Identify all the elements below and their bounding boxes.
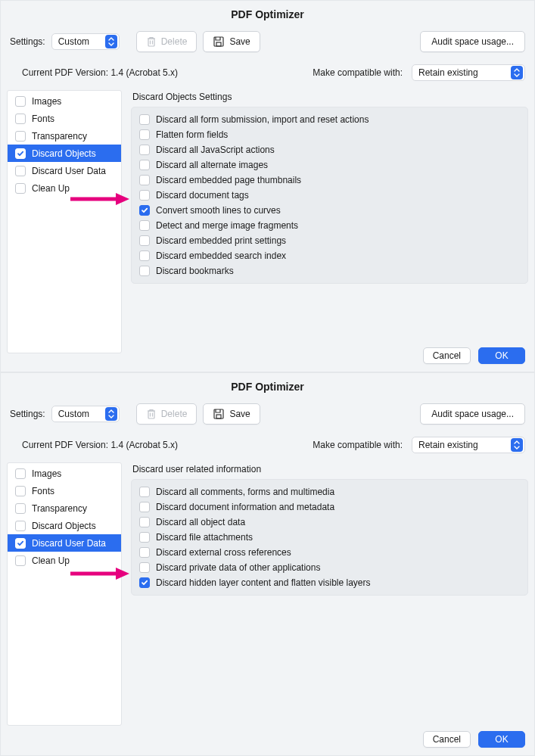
option-checkbox[interactable]: [139, 190, 150, 201]
option-checkbox[interactable]: [139, 266, 150, 276]
compat-select[interactable]: Retain existing: [412, 437, 525, 453]
sidebar-item-checkbox[interactable]: [15, 166, 26, 176]
svg-rect-0: [148, 39, 154, 46]
option-label: Discard embedded search index: [156, 250, 286, 261]
option-row[interactable]: Discard document information and metadat…: [138, 499, 521, 515]
option-row[interactable]: Discard all object data: [138, 515, 521, 530]
option-label: Convert smooth lines to curves: [156, 205, 281, 216]
cancel-button[interactable]: Cancel: [423, 731, 471, 748]
option-checkbox[interactable]: [139, 577, 150, 588]
option-checkbox[interactable]: [139, 235, 150, 246]
ok-button[interactable]: OK: [478, 347, 525, 364]
option-row[interactable]: Discard document tags: [138, 188, 521, 203]
option-row[interactable]: Discard all JavaScript actions: [138, 142, 521, 157]
category-sidebar: ImagesFontsTransparencyDiscard ObjectsDi…: [7, 462, 122, 726]
audit-space-usage-button[interactable]: Audit space usage...: [420, 31, 525, 52]
sidebar-item-checkbox[interactable]: [15, 521, 26, 531]
option-label: Discard all form submission, import and …: [156, 114, 369, 125]
option-row[interactable]: Discard embedded print settings: [138, 233, 521, 248]
dialog-body: ImagesFontsTransparencyDiscard ObjectsDi…: [1, 90, 534, 353]
option-row[interactable]: Flatten form fields: [138, 127, 521, 142]
sidebar-item-images[interactable]: Images: [8, 465, 121, 482]
option-row[interactable]: Discard all alternate images: [138, 157, 521, 173]
save-button-label: Save: [229, 409, 250, 419]
option-label: Discard all JavaScript actions: [156, 145, 275, 155]
audit-space-usage-button[interactable]: Audit space usage...: [420, 403, 525, 425]
compat-label: Make compatible with:: [313, 440, 403, 450]
option-checkbox[interactable]: [139, 517, 150, 527]
compat-select[interactable]: Retain existing: [412, 64, 525, 81]
sidebar-item-label: Images: [32, 468, 61, 479]
option-checkbox[interactable]: [139, 547, 150, 558]
option-row[interactable]: Discard embedded search index: [138, 248, 521, 263]
sidebar-item-discard-objects[interactable]: Discard Objects: [8, 517, 121, 534]
category-sidebar: ImagesFontsTransparencyDiscard ObjectsDi…: [7, 90, 122, 353]
option-checkbox[interactable]: [139, 114, 150, 125]
topbar: Settings:CustomDeleteSaveAudit space usa…: [1, 31, 534, 60]
sidebar-item-clean-up[interactable]: Clean Up: [8, 552, 121, 569]
option-checkbox[interactable]: [139, 145, 150, 155]
delete-button: Delete: [136, 403, 198, 425]
option-checkbox[interactable]: [139, 220, 150, 231]
sidebar-item-checkbox[interactable]: [15, 486, 26, 496]
option-row[interactable]: Discard all form submission, import and …: [138, 112, 521, 127]
option-label: Discard all alternate images: [156, 160, 268, 170]
sidebar-item-checkbox[interactable]: [15, 114, 26, 124]
sidebar-item-checkbox[interactable]: [15, 538, 26, 549]
current-version-text: Current PDF Version: 1.4 (Acrobat 5.x): [22, 67, 178, 78]
option-row[interactable]: Discard external cross references: [138, 545, 521, 560]
dialog-footer: CancelOK: [423, 347, 525, 364]
settings-panel: Discard all form submission, import and …: [131, 107, 528, 284]
sidebar-item-label: Fonts: [32, 114, 54, 124]
option-row[interactable]: Discard embedded page thumbnails: [138, 173, 521, 188]
sidebar-item-checkbox[interactable]: [15, 148, 26, 159]
option-checkbox[interactable]: [139, 129, 150, 140]
option-row[interactable]: Discard all comments, forms and multimed…: [138, 484, 521, 499]
sidebar-item-discard-user-data[interactable]: Discard User Data: [8, 534, 121, 552]
sidebar-item-discard-user-data[interactable]: Discard User Data: [8, 162, 121, 179]
cancel-button[interactable]: Cancel: [423, 347, 471, 364]
sidebar-item-transparency[interactable]: Transparency: [8, 127, 121, 145]
dialog-title: PDF Optimizer: [1, 1, 534, 31]
settings-panel: Discard all comments, forms and multimed…: [131, 479, 528, 596]
sidebar-item-checkbox[interactable]: [15, 131, 26, 142]
delete-button: Delete: [136, 31, 198, 52]
sidebar-item-discard-objects[interactable]: Discard Objects: [8, 145, 121, 162]
sidebar-item-checkbox[interactable]: [15, 468, 26, 479]
sidebar-item-checkbox[interactable]: [15, 555, 26, 566]
option-row[interactable]: Detect and merge image fragments: [138, 218, 521, 233]
ok-button[interactable]: OK: [478, 731, 525, 748]
sidebar-item-label: Clean Up: [32, 555, 70, 566]
option-checkbox[interactable]: [139, 487, 150, 497]
option-checkbox[interactable]: [139, 502, 150, 512]
option-row[interactable]: Convert smooth lines to curves: [138, 203, 521, 218]
settings-select-value: Custom: [58, 36, 105, 47]
option-checkbox[interactable]: [139, 175, 150, 185]
settings-select[interactable]: Custom: [51, 406, 120, 422]
panel-title: Discard Objects Settings: [131, 90, 528, 107]
sidebar-item-clean-up[interactable]: Clean Up: [8, 179, 121, 197]
sidebar-item-checkbox[interactable]: [15, 183, 26, 194]
option-checkbox[interactable]: [139, 160, 150, 170]
option-row[interactable]: Discard file attachments: [138, 530, 521, 545]
svg-rect-6: [216, 415, 221, 418]
option-checkbox[interactable]: [139, 205, 150, 216]
sidebar-item-label: Clean Up: [32, 183, 70, 194]
sidebar-item-fonts[interactable]: Fonts: [8, 482, 121, 499]
settings-select[interactable]: Custom: [51, 33, 120, 50]
cancel-button-label: Cancel: [433, 734, 461, 745]
sidebar-item-checkbox[interactable]: [15, 503, 26, 514]
option-row[interactable]: Discard hidden layer content and flatten…: [138, 575, 521, 590]
sidebar-item-fonts[interactable]: Fonts: [8, 110, 121, 127]
sidebar-item-images[interactable]: Images: [8, 92, 121, 110]
sidebar-item-transparency[interactable]: Transparency: [8, 499, 121, 517]
save-button[interactable]: Save: [203, 31, 260, 52]
sidebar-item-checkbox[interactable]: [15, 96, 26, 107]
option-checkbox[interactable]: [139, 562, 150, 573]
option-label: Discard embedded page thumbnails: [156, 175, 301, 185]
save-button[interactable]: Save: [203, 403, 260, 425]
option-row[interactable]: Discard bookmarks: [138, 263, 521, 278]
option-row[interactable]: Discard private data of other applicatio…: [138, 560, 521, 575]
option-checkbox[interactable]: [139, 250, 150, 261]
option-checkbox[interactable]: [139, 532, 150, 543]
